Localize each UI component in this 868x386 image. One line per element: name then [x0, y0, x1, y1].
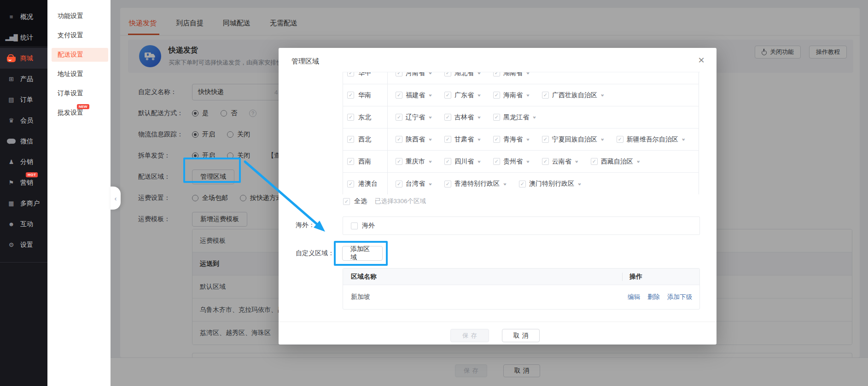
sidebar-item[interactable]: ▤ 订单 — [0, 89, 47, 110]
region-group-row: ✓ 港澳台 ✓ 台湾省 ∨ ✓ — [343, 173, 699, 194]
checkbox-checked[interactable]: ✓ — [396, 158, 402, 165]
checkbox-checked[interactable]: ✓ — [542, 92, 549, 99]
chevron-down-icon[interactable]: ∨ — [577, 182, 582, 186]
checkbox-checked[interactable]: ✓ — [493, 136, 500, 143]
checkbox-checked[interactable]: ✓ — [444, 92, 451, 99]
checkbox-checked[interactable]: ✓ — [347, 72, 354, 76]
chevron-down-icon[interactable]: ∨ — [428, 159, 432, 163]
checkbox-checked[interactable]: ✓ — [444, 114, 451, 121]
chevron-down-icon[interactable]: ∨ — [526, 72, 530, 75]
checkbox-checked[interactable]: ✓ — [493, 72, 500, 76]
checkbox-checked[interactable]: ✓ — [343, 198, 350, 205]
modal-cancel-button[interactable]: 取消 — [502, 329, 540, 342]
province-label: 四川省 — [454, 158, 474, 166]
chevron-down-icon[interactable]: ∨ — [477, 72, 481, 75]
checkbox-checked[interactable]: ✓ — [591, 158, 598, 165]
chevron-down-icon[interactable]: ∨ — [428, 115, 432, 119]
action-link[interactable]: 删除 — [647, 293, 660, 301]
checkbox-checked[interactable]: ✓ — [396, 72, 402, 76]
action-link[interactable]: 编辑 — [628, 293, 640, 301]
sidebar-item[interactable]: ≡ 概况 — [0, 6, 47, 27]
checkbox-checked[interactable]: ✓ — [444, 158, 451, 165]
checkbox-checked[interactable]: ✓ — [444, 72, 451, 76]
checkbox-checked[interactable]: ✓ — [396, 181, 402, 187]
checkbox-checked[interactable]: ✓ — [444, 136, 451, 143]
sidebar-item-label: 营销 — [20, 179, 33, 187]
submenu-item[interactable]: 地址设置 — [47, 64, 111, 84]
province-item: ✓ 吉林省 ∨ — [444, 113, 481, 122]
chevron-down-icon[interactable]: ∨ — [532, 115, 536, 119]
submenu-item[interactable]: 订单设置 — [47, 84, 111, 103]
chevron-down-icon[interactable]: ∨ — [526, 159, 530, 163]
province-label: 湖南省 — [503, 72, 523, 77]
sidebar-collapse-handle[interactable]: ‹ — [111, 187, 121, 210]
chevron-down-icon[interactable]: ∨ — [682, 137, 686, 141]
chevron-down-icon[interactable]: ∨ — [600, 93, 605, 97]
checkbox-checked[interactable]: ✓ — [396, 136, 402, 143]
modal-save-button[interactable]: 保存 — [450, 329, 489, 342]
chevron-down-icon[interactable]: ∨ — [526, 137, 530, 141]
chevron-down-icon[interactable]: ∨ — [477, 159, 481, 163]
sidebar-item[interactable]: ▂▅█ 统计 — [0, 27, 47, 48]
checkbox-checked[interactable]: ✓ — [347, 181, 354, 187]
sidebar-item[interactable]: 微信 — [0, 131, 47, 152]
province-list: ✓ 陕西省 ∨ ✓ 甘肃省 ∨ ✓ — [388, 129, 686, 150]
province-label: 辽宁省 — [406, 113, 425, 122]
province-list: ✓ 福建省 ∨ ✓ 广东省 ∨ ✓ — [388, 84, 605, 106]
add-region-button[interactable]: 添加区域 — [342, 246, 383, 261]
chevron-down-icon[interactable]: ∨ — [477, 93, 481, 97]
sidebar-item[interactable]: ⚙ 设置 — [0, 234, 47, 255]
region-scroll-viewport[interactable]: ✓ 华中 ✓ 河南省 ∨ ✓ — [343, 72, 700, 194]
checkbox-checked[interactable]: ✓ — [542, 158, 549, 165]
submenu-item[interactable]: 配送设置 — [47, 45, 111, 64]
chevron-down-icon[interactable]: ∨ — [428, 182, 432, 186]
checkbox-checked[interactable]: ✓ — [347, 114, 354, 121]
checkbox-checked[interactable]: ✓ — [396, 114, 402, 121]
chevron-down-icon[interactable]: ∨ — [477, 137, 481, 141]
submenu-item[interactable]: 支付设置 — [47, 26, 111, 45]
checkbox-checked[interactable]: ✓ — [519, 181, 526, 187]
checkbox-checked[interactable]: ✓ — [347, 92, 354, 99]
chevron-down-icon[interactable]: ∨ — [477, 115, 481, 119]
province-label: 广西壮族自治区 — [552, 91, 597, 99]
region-group-row: ✓ 华南 ✓ 福建省 ∨ ✓ — [343, 84, 699, 106]
sidebar-item[interactable]: ⚑ 营销 HOT — [0, 172, 47, 193]
sidebar-item[interactable]: ▦ 多商户 — [0, 193, 47, 214]
crown-icon: ♛ — [7, 117, 16, 124]
checkbox-checked[interactable]: ✓ — [617, 136, 623, 143]
checkbox-checked[interactable]: ✓ — [347, 136, 354, 143]
checkbox-checked[interactable]: ✓ — [347, 158, 354, 165]
province-label: 香港特别行政区 — [454, 180, 500, 188]
interaction-icon: ☻ — [7, 221, 16, 228]
checkbox-checked[interactable]: ✓ — [444, 181, 451, 187]
chevron-down-icon[interactable]: ∨ — [428, 137, 432, 141]
sidebar-item[interactable]: 商城 — [0, 48, 47, 69]
sidebar-item-label: 订单 — [20, 96, 33, 104]
region-group-label: 西北 — [358, 135, 371, 144]
chevron-down-icon[interactable]: ∨ — [600, 137, 605, 141]
sidebar-item[interactable]: ☻ 互动 — [0, 214, 47, 234]
close-icon[interactable]: ✕ — [695, 54, 707, 66]
sidebar-item[interactable]: ♛ 会员 — [0, 110, 47, 131]
action-link[interactable]: 添加下级 — [667, 293, 692, 301]
chevron-down-icon[interactable]: ∨ — [636, 159, 641, 163]
sidebar-item[interactable]: ♟ 分销 — [0, 152, 47, 172]
custom-region-rows: 新加坡 编辑 删除 添加下级 — [343, 285, 699, 309]
manage-region-modal: 管理区域 ✕ ✓ 华中 ✓ 河南省 ∨ — [279, 48, 717, 345]
checkbox-checked[interactable]: ✓ — [493, 158, 500, 165]
submenu-item[interactable]: 功能设置 — [47, 6, 111, 26]
chevron-down-icon[interactable]: ∨ — [526, 93, 530, 97]
checkbox-checked[interactable]: ✓ — [493, 92, 500, 99]
checkbox-unchecked[interactable]: ✓ — [351, 222, 358, 229]
chevron-down-icon[interactable]: ∨ — [428, 93, 432, 97]
checkbox-checked[interactable]: ✓ — [542, 136, 549, 143]
chevron-down-icon[interactable]: ∨ — [575, 159, 579, 163]
submenu-item[interactable]: 批发设置 NEW — [47, 103, 111, 123]
select-all-label: 全选 — [354, 197, 367, 205]
region-group-cell: ✓ 西南 — [343, 151, 388, 172]
chevron-down-icon[interactable]: ∨ — [428, 72, 432, 75]
chevron-down-icon[interactable]: ∨ — [503, 182, 507, 186]
checkbox-checked[interactable]: ✓ — [396, 92, 402, 99]
checkbox-checked[interactable]: ✓ — [493, 114, 500, 121]
sidebar-item[interactable]: ⊞ 产品 — [0, 69, 47, 89]
